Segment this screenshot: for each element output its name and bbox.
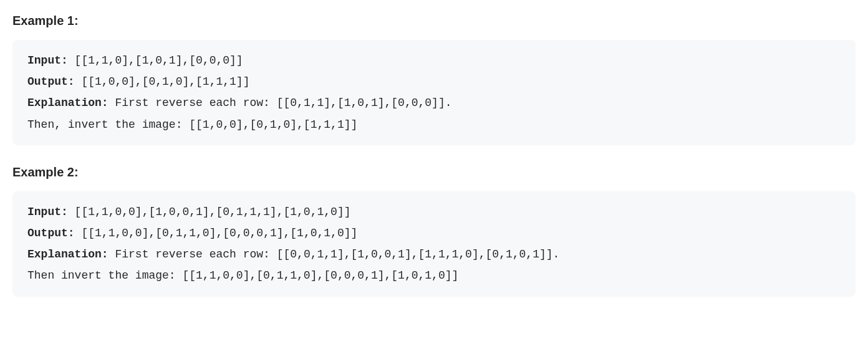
- output-label: Output:: [27, 227, 75, 239]
- example-heading: Example 1:: [12, 11, 856, 30]
- input-value: [[1,1,0],[1,0,1],[0,0,0]]: [68, 54, 243, 67]
- example-code-block: Input: [[1,1,0],[1,0,1],[0,0,0]] Output:…: [12, 40, 856, 145]
- input-value: [[1,1,0,0],[1,0,0,1],[0,1,1,1],[1,0,1,0]…: [68, 206, 351, 218]
- input-label: Input:: [27, 54, 68, 67]
- explanation-line2: Then, invert the image: [[1,0,0],[0,1,0]…: [27, 118, 357, 131]
- example-section: Example 2: Input: [[1,1,0,0],[1,0,0,1],[…: [12, 163, 856, 297]
- explanation-line1: First reverse each row: [[0,1,1],[1,0,1]…: [109, 97, 452, 109]
- explanation-label: Explanation:: [27, 97, 109, 109]
- output-value: [[1,1,0,0],[0,1,1,0],[0,0,0,1],[1,0,1,0]…: [75, 227, 358, 239]
- example-heading: Example 2:: [12, 163, 856, 181]
- explanation-line1: First reverse each row: [[0,0,1,1],[1,0,…: [109, 248, 560, 261]
- explanation-line2: Then invert the image: [[1,1,0,0],[0,1,1…: [27, 269, 458, 282]
- explanation-label: Explanation:: [27, 248, 109, 261]
- example-code-block: Input: [[1,1,0,0],[1,0,0,1],[0,1,1,1],[1…: [12, 191, 856, 297]
- example-section: Example 1: Input: [[1,1,0],[1,0,1],[0,0,…: [12, 11, 856, 145]
- output-value: [[1,0,0],[0,1,0],[1,1,1]]: [75, 75, 250, 88]
- input-label: Input:: [27, 206, 68, 218]
- output-label: Output:: [27, 75, 75, 88]
